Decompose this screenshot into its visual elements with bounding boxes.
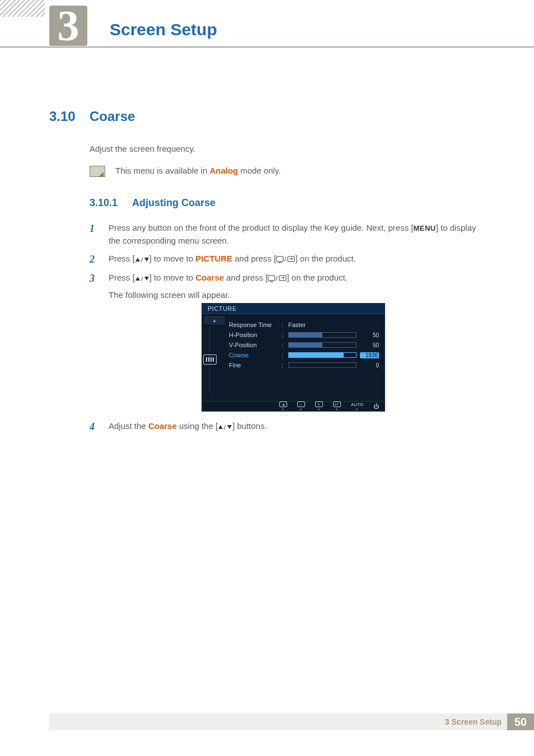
note-icon [90,166,105,177]
svg-text:/: / [141,276,143,282]
picture-keyword: PICTURE [195,254,232,263]
svg-rect-1 [277,256,283,262]
osd-rows: Response Time : Faster H-Position : 50 V… [227,314,385,403]
osd-row-response-time: Response Time : Faster [229,320,379,330]
osd-power-icon: ⏻ [373,403,379,409]
svg-text:/: / [276,275,278,282]
section-title: Coarse [90,109,135,124]
subsection-number: 3.10.1 [90,197,118,209]
coarse-keyword: Coarse [195,273,224,282]
osd-minus-icon: −▾ [297,402,305,411]
step-1: 1 Press any button on the front of the p… [90,221,485,248]
osd-v-position-bar [288,342,357,348]
osd-row-coarse: Coarse : 1936 [229,350,379,360]
footer-text: 3 Screen Setup [445,717,502,726]
note-mode: Analog [209,166,238,175]
osd-up-tab: ▲ [204,316,224,324]
subsection-title: Adjusting Coarse [132,197,216,209]
step-3: 3 Press [/] to move to Coarse and press … [90,271,485,302]
chapter-title: Screen Setup [110,20,217,39]
osd-response-time-value: Faster [288,321,357,328]
input-source-icon: / [268,274,287,282]
input-source-icon: / [276,255,295,263]
up-down-arrows-icon: / [218,424,232,431]
step-4-text: Adjust the Coarse using the [/] buttons. [109,419,485,432]
note-text: This menu is available in Analog mode on… [115,166,281,175]
up-down-arrows-icon: / [135,276,149,282]
osd-coarse-bar [288,352,357,358]
osd-enter-icon: ↵▾ [333,402,341,411]
osd-title: PICTURE [202,304,385,314]
menu-keyword: MENU [413,224,435,232]
osd-panel: PICTURE ▲ Response Time : Faster H-Posit… [202,303,385,412]
osd-auto-label: AUTO▾ [351,402,363,411]
svg-text:/: / [284,256,287,263]
step-1-number: 1 [90,221,95,237]
chapter-number: 3 [58,4,79,48]
osd-h-position-bar [288,332,357,338]
step-3-number: 3 [90,271,95,287]
osd-back-icon: ◂▾ [279,402,287,411]
up-down-arrows-icon: / [135,256,149,263]
step-4: 4 Adjust the Coarse using the [/] button… [90,419,485,432]
page-footer: 3 Screen Setup 50 [49,713,534,730]
step-4-number: 4 [90,419,95,435]
svg-text:/: / [224,424,226,431]
osd-row-fine: Fine : 0 [229,360,379,370]
step-2-number: 2 [90,252,95,268]
step-2-text: Press [/] to move to PICTURE and press [… [109,252,485,265]
note-suffix: mode only. [238,166,280,175]
svg-text:/: / [141,256,143,263]
osd-category-icon [203,354,217,365]
chapter-number-box: 3 [49,6,87,46]
coarse-keyword: Coarse [148,421,177,431]
intro-text: Adjust the screen frequency. [90,144,195,153]
page-number: 50 [507,713,534,730]
step-3-text: Press [/] to move to Coarse and press [/… [109,271,485,302]
osd-left-curve [209,326,219,398]
osd-row-v-position: V-Position : 50 [229,340,379,350]
osd-row-h-position: H-Position : 50 [229,330,379,340]
osd-left-column: ▲ [202,314,227,403]
section-number: 3.10 [49,109,76,124]
note-prefix: This menu is available in [115,166,209,175]
svg-rect-5 [268,276,275,281]
step-1-text: Press any button on the front of the pro… [109,221,485,248]
osd-plus-icon: +▾ [315,402,323,411]
corner-hatch [0,0,45,17]
step-3-tail: The following screen will appear. [109,288,485,301]
header-rule [0,46,534,48]
osd-footer: ◂▾ −▾ +▾ ↵▾ AUTO▾ ⏻ [202,401,385,411]
osd-body: ▲ Response Time : Faster H-Position : 50 [202,314,385,403]
step-2: 2 Press [/] to move to PICTURE and press… [90,252,485,265]
osd-fine-bar [288,362,357,368]
